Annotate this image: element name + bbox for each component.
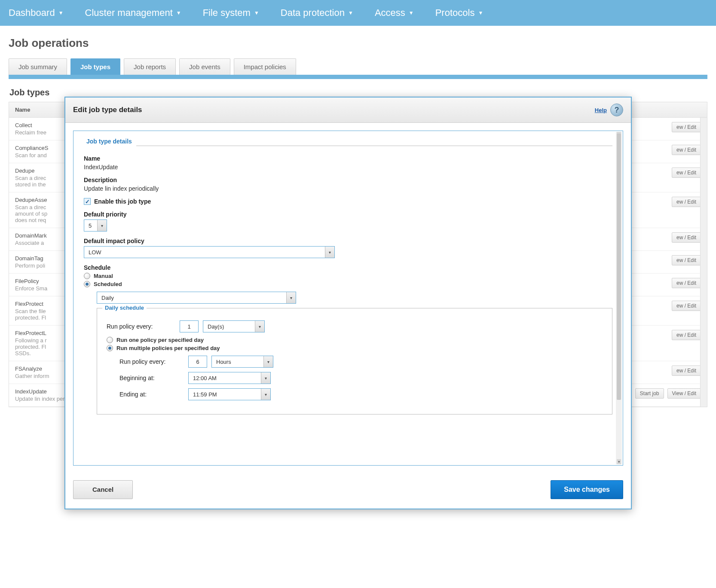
schedule-frequency-select[interactable]: Daily ▾ xyxy=(97,292,296,304)
inner-run-every-label: Run policy every: xyxy=(119,358,184,365)
tab-job-reports[interactable]: Job reports xyxy=(124,58,176,75)
tab-job-summary[interactable]: Job summary xyxy=(9,58,67,75)
radio-scheduled[interactable] xyxy=(84,281,90,287)
radio-scheduled-label: Scheduled xyxy=(94,281,122,287)
caret-down-icon: ▼ xyxy=(348,10,353,16)
dropdown-icon[interactable]: ▾ xyxy=(263,356,273,367)
run-one-policy-radio-row[interactable]: Run one policy per specified day xyxy=(107,337,603,343)
select-value: 5 xyxy=(84,220,97,231)
tab-impact-policies[interactable]: Impact policies xyxy=(234,58,296,75)
enable-job-type-checkbox-row[interactable]: ✓ Enable this job type xyxy=(84,198,612,205)
select-value: LOW xyxy=(84,247,325,258)
tab-job-types[interactable]: Job types xyxy=(70,58,120,75)
view-edit-button[interactable]: ew / Edit xyxy=(672,145,701,155)
name-label: Name xyxy=(84,155,612,162)
nav-label: Protocols xyxy=(435,7,475,18)
default-priority-label: Default priority xyxy=(84,211,612,218)
modal-help-group: Help ? xyxy=(595,104,623,116)
dropdown-icon[interactable]: ▾ xyxy=(261,372,270,384)
radio-manual[interactable] xyxy=(84,273,90,279)
select-value: 12:00 AM xyxy=(189,372,261,384)
daily-legend: Daily schedule xyxy=(102,305,147,311)
ending-at-select[interactable]: 11:59 PM ▾ xyxy=(188,388,271,400)
view-edit-button[interactable]: ew / Edit xyxy=(672,232,701,243)
run-multiple-policies-radio-row[interactable]: Run multiple policies per specified day xyxy=(107,345,603,351)
tab-accent-bar xyxy=(9,75,707,79)
cancel-button[interactable]: Cancel xyxy=(73,480,133,499)
scroll-thumb[interactable] xyxy=(617,134,621,400)
radio-run-multiple[interactable] xyxy=(107,345,113,351)
inner-run-every-unit-select[interactable]: Hours ▾ xyxy=(211,356,273,368)
view-edit-button[interactable]: ew / Edit xyxy=(672,278,701,288)
nav-label: Data protection xyxy=(281,7,345,18)
table-scrollbar[interactable] xyxy=(700,118,707,407)
save-changes-button[interactable]: Save changes xyxy=(551,480,623,499)
nav-protocols[interactable]: Protocols▼ xyxy=(435,7,483,18)
caret-down-icon: ▼ xyxy=(58,10,64,16)
dropdown-icon[interactable]: ▾ xyxy=(261,389,270,400)
nav-label: Cluster management xyxy=(85,7,173,18)
caret-down-icon: ▼ xyxy=(478,10,483,16)
dropdown-icon[interactable]: ▾ xyxy=(325,247,334,258)
help-icon[interactable]: ? xyxy=(610,104,623,116)
modal-footer: Cancel Save changes xyxy=(65,473,631,509)
view-edit-button[interactable]: ew / Edit xyxy=(672,197,701,207)
dropdown-icon[interactable]: ▾ xyxy=(286,292,296,303)
select-value: Daily xyxy=(97,292,286,303)
view-edit-button[interactable]: ew / Edit xyxy=(672,366,701,376)
modal-scrollbar[interactable]: ▴ ▾ xyxy=(616,132,622,464)
view-edit-button[interactable]: ew / Edit xyxy=(672,255,701,265)
nav-cluster-management[interactable]: Cluster management▼ xyxy=(85,7,181,18)
run-every-days-input[interactable]: 1 xyxy=(180,320,199,332)
caret-down-icon: ▼ xyxy=(176,10,181,16)
edit-job-type-modal: Edit job type details Help ? Job type de… xyxy=(64,97,632,509)
schedule-label: Schedule xyxy=(84,264,612,271)
nav-access[interactable]: Access▼ xyxy=(375,7,414,18)
start-job-button[interactable]: Start job xyxy=(635,388,664,399)
radio-run-one[interactable] xyxy=(107,337,113,343)
tab-job-events[interactable]: Job events xyxy=(179,58,230,75)
nav-dashboard[interactable]: Dashboard▼ xyxy=(9,7,64,18)
nav-file-system[interactable]: File system▼ xyxy=(203,7,259,18)
top-navigation: Dashboard▼ Cluster management▼ File syst… xyxy=(0,0,716,26)
default-impact-policy-label: Default impact policy xyxy=(84,238,612,244)
job-type-details-fieldset: Job type details Name IndexUpdate Descri… xyxy=(84,142,612,414)
dropdown-icon[interactable]: ▾ xyxy=(97,220,107,231)
default-priority-select[interactable]: 5 ▾ xyxy=(84,219,107,232)
dropdown-icon[interactable]: ▾ xyxy=(255,321,264,332)
page-title: Job operations xyxy=(0,26,716,58)
scroll-down-icon[interactable]: ▾ xyxy=(617,459,621,464)
view-edit-button[interactable]: ew / Edit xyxy=(672,301,701,311)
view-edit-button[interactable]: ew / Edit xyxy=(672,330,701,340)
run-every-days-unit-select[interactable]: Day(s) ▾ xyxy=(203,320,265,332)
daily-schedule-fieldset: Daily schedule Run policy every: 1 Day(s… xyxy=(97,308,612,414)
view-edit-button[interactable]: View / Edit xyxy=(667,388,701,399)
nav-label: Dashboard xyxy=(9,7,55,18)
modal-header: Edit job type details Help ? xyxy=(65,97,631,123)
beginning-at-label: Beginning at: xyxy=(119,375,184,381)
nav-label: Access xyxy=(375,7,405,18)
name-value: IndexUpdate xyxy=(84,164,118,171)
schedule-manual-radio-row[interactable]: Manual xyxy=(84,273,612,279)
enable-label: Enable this job type xyxy=(94,198,151,205)
help-link[interactable]: Help xyxy=(595,107,607,113)
beginning-at-select[interactable]: 12:00 AM ▾ xyxy=(188,372,271,384)
modal-scroll-area: Job type details Name IndexUpdate Descri… xyxy=(73,131,623,466)
view-edit-button[interactable]: ew / Edit xyxy=(672,122,701,132)
inner-run-every-input[interactable]: 6 xyxy=(188,356,207,368)
default-impact-policy-select[interactable]: LOW ▾ xyxy=(84,246,335,258)
view-edit-button[interactable]: ew / Edit xyxy=(672,168,701,178)
select-value: 11:59 PM xyxy=(189,389,261,400)
radio-manual-label: Manual xyxy=(94,273,113,279)
caret-down-icon: ▼ xyxy=(409,10,414,16)
check-icon: ✓ xyxy=(85,198,90,205)
schedule-scheduled-radio-row[interactable]: Scheduled xyxy=(84,281,612,287)
nav-data-protection[interactable]: Data protection▼ xyxy=(281,7,353,18)
fieldset-legend: Job type details xyxy=(84,138,135,145)
run-one-label: Run one policy per specified day xyxy=(116,337,204,343)
nav-label: File system xyxy=(203,7,251,18)
select-value: Hours xyxy=(212,356,263,367)
enable-checkbox[interactable]: ✓ xyxy=(84,198,91,205)
modal-body: Job type details Name IndexUpdate Descri… xyxy=(65,123,631,473)
description-label: Description xyxy=(84,177,612,183)
